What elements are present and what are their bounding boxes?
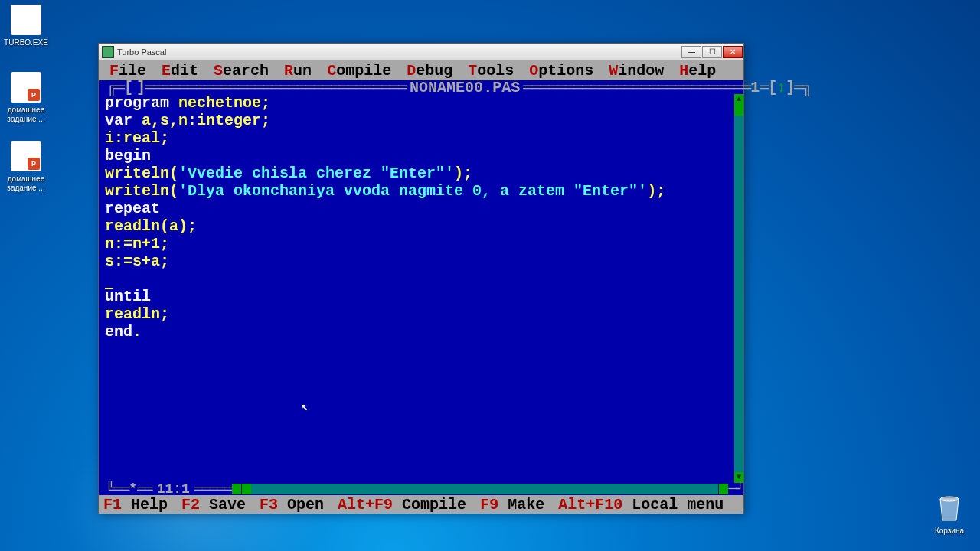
horizontal-scrollbar[interactable] (242, 484, 719, 494)
menu-run[interactable]: Run (276, 62, 319, 80)
code-line: writeln('Vvedie chisla cherez "Enter"'); (105, 165, 737, 182)
icon-label: TURBO.EXE (2, 38, 51, 47)
trash-icon (934, 493, 965, 523)
scroll-track[interactable] (734, 105, 743, 472)
editor-frame-bottom: ╚══*══11:1═════─┘ (99, 483, 743, 495)
icon-label: домашнее задание ... (2, 106, 51, 124)
scroll-left-icon[interactable] (232, 484, 241, 494)
desktop-icon-homework2[interactable]: P домашнее задание ... (2, 141, 51, 193)
mouse-cursor-icon: ↖ (301, 399, 309, 416)
scroll-thumb[interactable] (734, 105, 743, 116)
code-line: s:=s+a; (105, 253, 737, 270)
scroll-right-icon[interactable] (719, 484, 728, 494)
icon-label: домашнее задание ... (2, 174, 51, 193)
code-line: writeln('Dlya okonchaniya vvoda nagmite … (105, 182, 737, 200)
ppt-icon: P (11, 141, 41, 171)
code-line: readln; (105, 305, 737, 323)
code-line (105, 270, 737, 288)
app-icon (102, 46, 114, 58)
status-save[interactable]: F2 Save (181, 496, 246, 514)
text-cursor (105, 288, 113, 289)
app-window: Turbo Pascal — ☐ ✕ File Edit Search Run … (98, 43, 744, 514)
scroll-up-icon[interactable]: ▲ (734, 94, 743, 105)
cursor-position: 11:1 (152, 481, 194, 498)
maximize-icon[interactable]: ↕ (776, 79, 786, 96)
vertical-scrollbar[interactable]: ▲ ▼ (734, 94, 743, 483)
menu-search[interactable]: Search (206, 62, 276, 80)
menu-tools[interactable]: Tools (460, 62, 521, 80)
menubar: File Edit Search Run Compile Debug Tools… (99, 60, 743, 80)
code-line: var a,s,n:integer; (105, 112, 737, 129)
desktop-icon-homework1[interactable]: P домашнее задание ... (2, 72, 51, 124)
editor-area[interactable]: ╔═[]═══════════════════════════════NONAM… (99, 80, 743, 495)
menu-edit[interactable]: Edit (154, 62, 206, 80)
code-line: i:real; (105, 129, 737, 147)
scroll-thumb[interactable] (242, 484, 251, 494)
status-localmenu[interactable]: Alt+F10 Local menu (558, 496, 724, 514)
menu-help[interactable]: Help (671, 62, 724, 80)
status-compile[interactable]: Alt+F9 Compile (338, 496, 466, 514)
status-open[interactable]: F3 Open (260, 496, 324, 514)
titlebar[interactable]: Turbo Pascal — ☐ ✕ (99, 44, 743, 60)
menu-compile[interactable]: Compile (319, 62, 399, 80)
close-button[interactable]: ✕ (723, 46, 743, 58)
svg-point-0 (940, 497, 959, 501)
code-line: readln(a); (105, 217, 737, 235)
code-line: program nechetnoe; (105, 94, 737, 112)
desktop-icon-trash[interactable]: Корзина (925, 493, 974, 536)
code-line: until (105, 288, 737, 305)
exe-icon (11, 5, 41, 35)
window-title: Turbo Pascal (117, 47, 681, 57)
maximize-button[interactable]: ☐ (702, 46, 722, 58)
window-number: 1 (750, 79, 760, 96)
ppt-icon: P (11, 72, 41, 103)
code-line: repeat (105, 200, 737, 217)
icon-label: Корзина (925, 527, 974, 536)
menu-options[interactable]: Options (521, 62, 601, 80)
editor-frame-top: ╔═[]═══════════════════════════════NONAM… (99, 80, 743, 94)
menu-file[interactable]: File (102, 62, 154, 80)
statusbar: F1 Help F2 Save F3 Open Alt+F9 Compile F… (99, 495, 743, 514)
code-line: end. (105, 323, 737, 341)
minimize-button[interactable]: — (681, 46, 701, 58)
menu-debug[interactable]: Debug (399, 62, 460, 80)
status-make[interactable]: F9 Make (480, 496, 544, 514)
status-help[interactable]: F1 Help (103, 496, 168, 514)
menu-window[interactable]: Window (601, 62, 671, 80)
code-body[interactable]: program nechetnoe; var a,s,n:integer; i:… (99, 94, 743, 341)
desktop-icon-turbo[interactable]: TURBO.EXE (2, 5, 51, 47)
code-line: begin (105, 147, 737, 165)
code-line: n:=n+1; (105, 235, 737, 253)
